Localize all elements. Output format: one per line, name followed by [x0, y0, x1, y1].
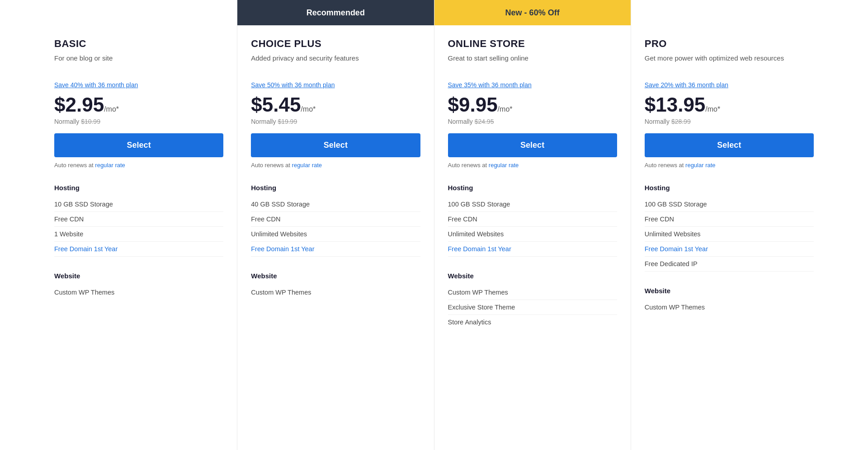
price-suffix-basic: /mo* [104, 105, 119, 113]
hosting-feature-online-store: 100 GB SSD Storage [448, 197, 617, 212]
price-block-choice-plus: $5.45/mo* Normally $19.99 [251, 94, 420, 125]
hosting-feature-basic: Free CDN [54, 212, 223, 227]
select-button-basic[interactable]: Select [54, 133, 223, 157]
price-suffix-choice-plus: /mo* [301, 105, 316, 113]
plan-name-choice-plus: CHOICE PLUS [251, 38, 420, 50]
hosting-feature-online-store: Free CDN [448, 212, 617, 227]
price-suffix-online-store: /mo* [498, 105, 513, 113]
plan-name-pro: PRO [645, 38, 814, 50]
price-suffix-pro: /mo* [705, 105, 720, 113]
website-label-pro: Website [645, 287, 814, 295]
hosting-feature-choice-plus: Free Domain 1st Year [251, 242, 420, 257]
plan-badge-online-store: New - 60% Off [434, 0, 631, 25]
plan-col-online-store: New - 60% Off ONLINE STORE Great to star… [434, 0, 631, 450]
feature-link-basic[interactable]: Free Domain 1st Year [54, 245, 118, 253]
plan-desc-pro: Get more power with optimized web resour… [645, 53, 814, 73]
plan-col-pro: PRO Get more power with optimized web re… [631, 0, 827, 450]
plan-col-basic: BASIC For one blog or site Save 40% with… [41, 0, 237, 450]
save-link-choice-plus[interactable]: Save 50% with 36 month plan [251, 81, 335, 89]
auto-renew-pro: Auto renews at regular rate [645, 162, 814, 169]
website-feature-choice-plus: Custom WP Themes [251, 285, 420, 300]
price-normal-pro: Normally $28.99 [645, 118, 814, 125]
plan-name-online-store: ONLINE STORE [448, 38, 617, 50]
save-link-pro[interactable]: Save 20% with 36 month plan [645, 81, 728, 89]
hosting-feature-choice-plus: 40 GB SSD Storage [251, 197, 420, 212]
save-link-basic[interactable]: Save 40% with 36 month plan [54, 81, 138, 89]
price-normal-online-store: Normally $24.95 [448, 118, 617, 125]
price-block-pro: $13.95/mo* Normally $28.99 [645, 94, 814, 125]
price-main-pro: $13.95 [645, 94, 706, 116]
select-button-choice-plus[interactable]: Select [251, 133, 420, 157]
hosting-feature-choice-plus: Free CDN [251, 212, 420, 227]
website-feature-online-store: Exclusive Store Theme [448, 300, 617, 315]
hosting-feature-pro: Free Domain 1st Year [645, 242, 814, 257]
hosting-label-pro: Hosting [645, 184, 814, 192]
save-link-online-store[interactable]: Save 35% with 36 month plan [448, 81, 532, 89]
plan-name-basic: BASIC [54, 38, 223, 50]
feature-link-online-store[interactable]: Free Domain 1st Year [448, 245, 511, 253]
regular-rate-link-pro[interactable]: regular rate [685, 162, 715, 169]
hosting-feature-pro: Unlimited Websites [645, 227, 814, 242]
select-button-pro[interactable]: Select [645, 133, 814, 157]
select-button-online-store[interactable]: Select [448, 133, 617, 157]
regular-rate-link-online-store[interactable]: regular rate [489, 162, 519, 169]
hosting-label-basic: Hosting [54, 184, 223, 192]
plan-badge-pro [631, 0, 827, 25]
website-label-online-store: Website [448, 272, 617, 280]
auto-renew-basic: Auto renews at regular rate [54, 162, 223, 169]
hosting-label-online-store: Hosting [448, 184, 617, 192]
hosting-feature-basic: 10 GB SSD Storage [54, 197, 223, 212]
hosting-feature-basic: 1 Website [54, 227, 223, 242]
hosting-feature-pro: Free Dedicated IP [645, 257, 814, 272]
plan-header-choice-plus: CHOICE PLUS Added privacy and security f… [251, 25, 420, 169]
plan-desc-basic: For one blog or site [54, 53, 223, 73]
hosting-feature-online-store: Free Domain 1st Year [448, 242, 617, 257]
website-label-choice-plus: Website [251, 272, 420, 280]
plan-header-basic: BASIC For one blog or site Save 40% with… [54, 25, 223, 169]
feature-link-pro[interactable]: Free Domain 1st Year [645, 245, 708, 253]
website-label-basic: Website [54, 272, 223, 280]
website-feature-online-store: Store Analytics [448, 315, 617, 329]
hosting-feature-pro: 100 GB SSD Storage [645, 197, 814, 212]
plan-badge-choice-plus: Recommended [237, 0, 434, 25]
price-normal-basic: Normally $10.99 [54, 118, 223, 125]
pricing-table: BASIC For one blog or site Save 40% with… [0, 0, 868, 450]
regular-rate-link-basic[interactable]: regular rate [95, 162, 125, 169]
price-main-basic: $2.95 [54, 94, 104, 116]
hosting-feature-pro: Free CDN [645, 212, 814, 227]
hosting-feature-basic: Free Domain 1st Year [54, 242, 223, 257]
plan-header-online-store: ONLINE STORE Great to start selling onli… [448, 25, 617, 169]
hosting-feature-choice-plus: Unlimited Websites [251, 227, 420, 242]
hosting-feature-online-store: Unlimited Websites [448, 227, 617, 242]
auto-renew-choice-plus: Auto renews at regular rate [251, 162, 420, 169]
regular-rate-link-choice-plus[interactable]: regular rate [292, 162, 322, 169]
price-block-online-store: $9.95/mo* Normally $24.95 [448, 94, 617, 125]
price-main-choice-plus: $5.45 [251, 94, 301, 116]
hosting-label-choice-plus: Hosting [251, 184, 420, 192]
plan-col-choice-plus: Recommended CHOICE PLUS Added privacy an… [237, 0, 434, 450]
website-feature-pro: Custom WP Themes [645, 300, 814, 314]
website-feature-online-store: Custom WP Themes [448, 285, 617, 300]
website-feature-basic: Custom WP Themes [54, 285, 223, 300]
feature-link-choice-plus[interactable]: Free Domain 1st Year [251, 245, 314, 253]
plan-desc-choice-plus: Added privacy and security features [251, 53, 420, 73]
price-normal-choice-plus: Normally $19.99 [251, 118, 420, 125]
auto-renew-online-store: Auto renews at regular rate [448, 162, 617, 169]
plan-header-pro: PRO Get more power with optimized web re… [645, 25, 814, 169]
plan-badge-basic [41, 0, 237, 25]
price-main-online-store: $9.95 [448, 94, 498, 116]
plan-desc-online-store: Great to start selling online [448, 53, 617, 73]
price-block-basic: $2.95/mo* Normally $10.99 [54, 94, 223, 125]
